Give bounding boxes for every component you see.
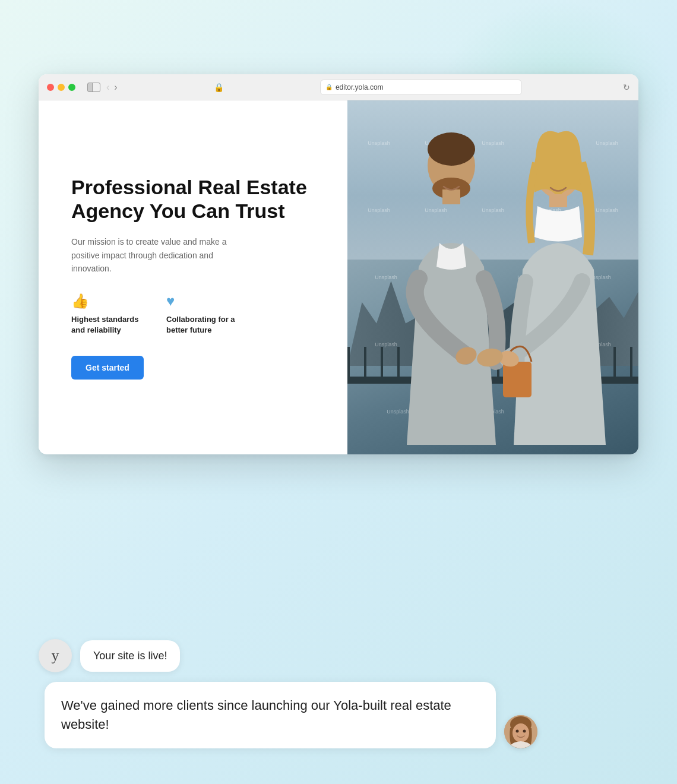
watermark-row-2: Unsplash Unsplash Unsplash Unsplash [356,274,629,280]
website-left-panel: Professional Real Estate Agency You Can … [39,100,347,454]
minimize-button[interactable] [58,84,65,91]
thumbs-up-icon: 👍 [71,293,143,309]
watermark-row-0: Unsplash Unsplash Unsplash Unsplash Unsp… [356,140,629,146]
user-bubble: We've gained more clients since launchin… [45,682,496,748]
watermark-row-4: Unsplash Unsplash Unsplash [356,409,629,415]
svg-point-12 [513,723,529,742]
get-started-button[interactable]: Get started [71,356,144,380]
refresh-button[interactable]: ↻ [623,83,630,92]
watermark-row-3: Unsplash Unsplash Unsplash Unsplash [356,342,629,347]
yola-avatar: y [39,639,72,672]
browser-window: ‹ › 🔒 🔒 editor.yola.com ↻ Professional R… [39,74,638,454]
address-bar[interactable]: 🔒 editor.yola.com [320,80,522,95]
photo-canvas: Unsplash Unsplash Unsplash Unsplash Unsp… [347,100,638,454]
hero-title: Professional Real Estate Agency You Can … [71,175,318,224]
traffic-lights [47,84,75,91]
system-bubble: Your site is live! [80,640,180,672]
website-right-panel: Unsplash Unsplash Unsplash Unsplash Unsp… [347,100,638,454]
lock-icon: 🔒 [325,84,333,90]
yola-letter: y [52,647,59,665]
forward-button[interactable]: › [114,83,117,92]
security-icon: 🔒 [214,83,224,92]
features-row: 👍 Highest standards and reliability ♥ Co… [71,293,318,335]
system-message: y Your site is live! [39,639,638,672]
feature-item-0: 👍 Highest standards and reliability [71,293,143,335]
browser-chrome: ‹ › 🔒 🔒 editor.yola.com ↻ [39,74,638,100]
nav-buttons: ‹ › [106,83,118,92]
back-button[interactable]: ‹ [106,83,109,92]
fullscreen-button[interactable] [68,84,75,91]
watermark-row-1: Unsplash Unsplash Unsplash Unsplash Unsp… [356,207,629,213]
feature-item-1: ♥ Collaborating for a better future [166,293,238,335]
user-avatar [504,715,537,748]
feature-label-1: Collaborating for a better future [166,314,238,335]
svg-point-13 [516,730,519,733]
feature-label-0: Highest standards and reliability [71,314,143,335]
hero-description: Our mission is to create value and make … [71,235,238,275]
url-text: editor.yola.com [336,83,384,91]
svg-point-14 [523,730,526,733]
user-avatar-image [504,715,537,748]
chat-section: y Your site is live! We've gained more c… [39,639,638,748]
user-message: We've gained more clients since launchin… [39,682,638,748]
browser-content: Professional Real Estate Agency You Can … [39,100,638,454]
close-button[interactable] [47,84,54,91]
sidebar-toggle-button[interactable] [87,83,100,92]
heart-icon: ♥ [166,293,238,309]
watermark-overlay: Unsplash Unsplash Unsplash Unsplash Unsp… [347,100,638,454]
